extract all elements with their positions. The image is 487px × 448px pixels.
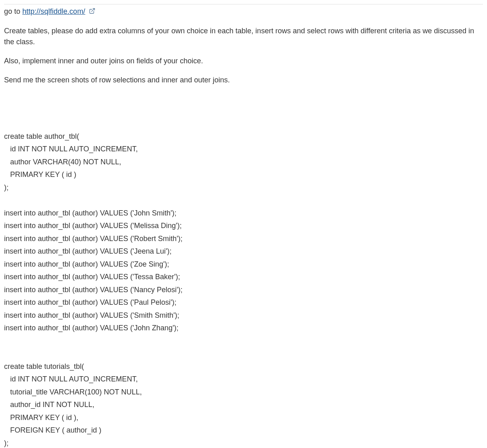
intro-prefix: go to xyxy=(4,7,22,15)
svg-line-0 xyxy=(92,9,95,11)
sqlfiddle-link[interactable]: http://sqlfiddle.com/ xyxy=(22,7,85,15)
instruction-paragraph-1: Create tables, please do add extra colum… xyxy=(4,26,483,47)
instruction-paragraph-2: Also, implement inner and outer joins on… xyxy=(4,56,483,67)
sql-code-block: create table author_tbl( id INT NOT NULL… xyxy=(4,130,483,448)
instruction-paragraph-3: Send me the screen shots of row selectio… xyxy=(4,75,483,86)
intro-paragraph: go to http://sqlfiddle.com/ xyxy=(4,6,483,17)
document-content: go to http://sqlfiddle.com/ Create table… xyxy=(4,4,483,448)
external-link-icon xyxy=(89,6,95,17)
